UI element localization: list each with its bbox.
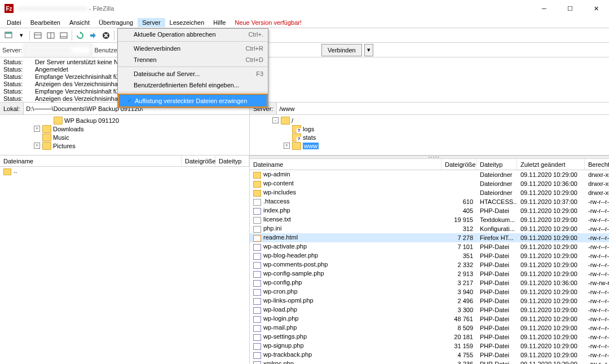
table-row[interactable]: wp-signup.php 31 159 PHP-Datei 09.11.202… xyxy=(250,341,609,350)
titlebar: Fz ──────────────── - FileZilla ─ ☐ ✕ xyxy=(0,0,609,17)
table-row[interactable]: wp-comments-post.php 2 332 PHP-Datei 09.… xyxy=(250,260,609,269)
table-row[interactable]: .. xyxy=(0,167,249,176)
menu-item-dateisuche-auf-server-[interactable]: Dateisuche auf Server...F3 xyxy=(118,68,268,79)
close-button[interactable]: ✕ xyxy=(583,0,609,17)
menu-hilfe[interactable]: Hilfe xyxy=(209,18,230,27)
menu-ansicht[interactable]: Ansicht xyxy=(65,18,94,27)
connect-button[interactable]: Verbinden xyxy=(321,44,362,56)
col-dateityp-r[interactable]: Dateityp xyxy=(476,159,517,170)
menu-server[interactable]: Server xyxy=(138,18,165,27)
cancel-icon[interactable] xyxy=(100,29,112,42)
tree-node[interactable]: -/ xyxy=(250,116,609,125)
tree-node[interactable]: stats xyxy=(250,133,609,141)
menu-new-version[interactable]: Neue Version verfügbar! xyxy=(230,18,306,27)
menu-bearbeiten[interactable]: Bearbeiten xyxy=(26,18,65,27)
menu-item-aktuelle-operation-abbrechen[interactable]: Aktuelle Operation abbrechenCtrl+. xyxy=(118,29,268,40)
connect-dropdown-icon[interactable]: ▾ xyxy=(364,44,373,56)
minimize-button[interactable]: ─ xyxy=(531,0,557,17)
table-row[interactable]: index.php 405 PHP-Datei 09.11.2020 10:29… xyxy=(250,206,609,215)
sitemanager-dropdown-icon[interactable]: ▾ xyxy=(15,29,28,42)
local-path-label: Lokal: xyxy=(0,103,24,114)
refresh-icon[interactable] xyxy=(74,29,86,42)
remote-pane: Server: -/logsstats+www Dateiname Dateig… xyxy=(250,103,609,364)
log-pane: Status:Der Server unterstützt keine Nich… xyxy=(0,57,609,103)
menu-item-benutzerdefinierten-befehl-eingeben-[interactable]: Benutzerdefinierten Befehl eingeben... xyxy=(118,79,268,91)
local-filelist[interactable]: Dateiname Dateigröße Dateityp .. xyxy=(0,156,249,364)
col-dateityp[interactable]: Dateityp xyxy=(215,156,249,166)
menu-uebertragung[interactable]: Übertragung xyxy=(94,18,138,27)
table-row[interactable]: readme.html 7 278 Firefox HT... 09.11.20… xyxy=(250,233,609,242)
col-dateigroesse-r[interactable]: Dateigröße xyxy=(442,159,476,170)
tree-node[interactable]: logs xyxy=(250,125,609,133)
menu-item-auflistung-versteckter-dateien-erzwingen[interactable]: ✓Auflistung versteckter Dateien erzwinge… xyxy=(118,94,268,108)
table-row[interactable]: wp-trackback.php 4 755 PHP-Datei 09.11.2… xyxy=(250,350,609,359)
menu-datei[interactable]: Datei xyxy=(2,18,26,27)
remote-tree[interactable]: -/logsstats+www xyxy=(250,115,609,156)
table-row[interactable]: license.txt 19 915 Textdokum... 09.11.20… xyxy=(250,215,609,224)
log-line: Status:Empfange Verzeichnisinhalt für "/… xyxy=(3,88,606,95)
local-pane: Lokal: WP Backup 091120+DownloadsMusic+P… xyxy=(0,103,250,364)
server-input[interactable] xyxy=(24,45,92,56)
toggle-log-icon[interactable] xyxy=(32,29,44,42)
remote-path-input[interactable] xyxy=(277,103,609,114)
log-line: Status:Empfange Verzeichnisinhalt für "/… xyxy=(3,73,606,81)
svg-rect-2 xyxy=(34,33,41,38)
table-row[interactable]: wp-activate.php 7 101 PHP-Datei 09.11.20… xyxy=(250,242,609,251)
col-dateiname[interactable]: Dateiname xyxy=(0,156,182,166)
log-line: Status:Anzeigen des Verzeichnisinhalts f… xyxy=(3,81,606,88)
table-row[interactable]: wp-config.php 3 217 PHP-Datei 09.11.2020… xyxy=(250,278,609,287)
toolbar: ▾ xyxy=(0,28,609,43)
log-line: Status:Anzeigen des Verzeichnisinhalts f… xyxy=(3,95,606,103)
local-tree[interactable]: WP Backup 091120+DownloadsMusic+Pictures xyxy=(0,115,249,156)
process-queue-icon[interactable] xyxy=(87,29,99,42)
table-row[interactable]: wp-content Dateiordner 09.11.2020 10:36:… xyxy=(250,179,609,188)
remote-filelist[interactable]: Dateiname Dateigröße Dateityp Zuletzt ge… xyxy=(250,159,609,364)
svg-rect-6 xyxy=(60,33,67,38)
menubar: Datei Bearbeiten Ansicht Übertragung Ser… xyxy=(0,17,609,28)
col-dateigroesse[interactable]: Dateigröße xyxy=(182,156,215,166)
app-icon: Fz xyxy=(5,4,14,13)
quickconnect-bar: Server: Benutzername: Verbinden ▾ xyxy=(0,43,609,57)
tree-node[interactable]: +Pictures xyxy=(0,141,249,150)
col-zuletzt-geaendert[interactable]: Zuletzt geändert xyxy=(517,159,585,170)
table-row[interactable]: wp-blog-header.php 351 PHP-Datei 09.11.2… xyxy=(250,251,609,260)
server-label: Server: xyxy=(2,47,22,54)
menu-lesezeichen[interactable]: Lesezeichen xyxy=(165,18,209,27)
tree-node[interactable]: +www xyxy=(250,141,609,150)
tree-node[interactable]: WP Backup 091120 xyxy=(0,116,249,125)
table-row[interactable]: wp-includes Dateiordner 09.11.2020 10:29… xyxy=(250,188,609,197)
table-row[interactable]: php.ini 312 Konfigurati... 09.11.2020 10… xyxy=(250,224,609,233)
server-dropdown: Aktuelle Operation abbrechenCtrl+.Wieder… xyxy=(117,28,268,108)
col-dateiname-r[interactable]: Dateiname xyxy=(250,159,442,170)
table-row[interactable]: .htaccess 610 HTACCESS... 09.11.2020 10:… xyxy=(250,197,609,206)
log-line: Status:Der Server unterstützt keine Nich… xyxy=(3,59,606,66)
log-line: Status:Angemeldet xyxy=(3,66,606,73)
toggle-tree-icon[interactable] xyxy=(45,29,57,42)
col-berechtigung[interactable]: Berechtigu xyxy=(585,159,609,170)
table-row[interactable]: wp-config-sample.php 2 913 PHP-Datei 09.… xyxy=(250,269,609,278)
table-row[interactable]: wp-settings.php 20 181 PHP-Datei 09.11.2… xyxy=(250,332,609,341)
table-row[interactable]: wp-login.php 48 761 PHP-Datei 09.11.2020… xyxy=(250,314,609,323)
table-row[interactable]: wp-admin Dateiordner 09.11.2020 10:29:00… xyxy=(250,170,609,179)
tree-node[interactable]: Music xyxy=(0,133,249,141)
sitemanager-icon[interactable] xyxy=(2,29,15,42)
tree-node[interactable]: +Downloads xyxy=(0,125,249,133)
table-row[interactable]: wp-cron.php 3 940 PHP-Datei 09.11.2020 1… xyxy=(250,287,609,296)
table-row[interactable]: wp-mail.php 8 509 PHP-Datei 09.11.2020 1… xyxy=(250,323,609,332)
table-row[interactable]: wp-links-opml.php 2 496 PHP-Datei 09.11.… xyxy=(250,296,609,305)
svg-rect-1 xyxy=(5,32,12,34)
toggle-queue-icon[interactable] xyxy=(58,29,70,42)
table-row[interactable]: wp-load.php 3 300 PHP-Datei 09.11.2020 1… xyxy=(250,305,609,314)
table-row[interactable]: xmlrpc.php 3 236 PHP-Datei 09.11.2020 10… xyxy=(250,359,609,364)
window-title: ──────────────── - FileZilla xyxy=(17,5,531,12)
menu-item-wiederverbinden[interactable]: WiederverbindenCtrl+R xyxy=(118,43,268,54)
maximize-button[interactable]: ☐ xyxy=(557,0,583,17)
menu-item-trennen[interactable]: TrennenCtrl+D xyxy=(118,54,268,65)
